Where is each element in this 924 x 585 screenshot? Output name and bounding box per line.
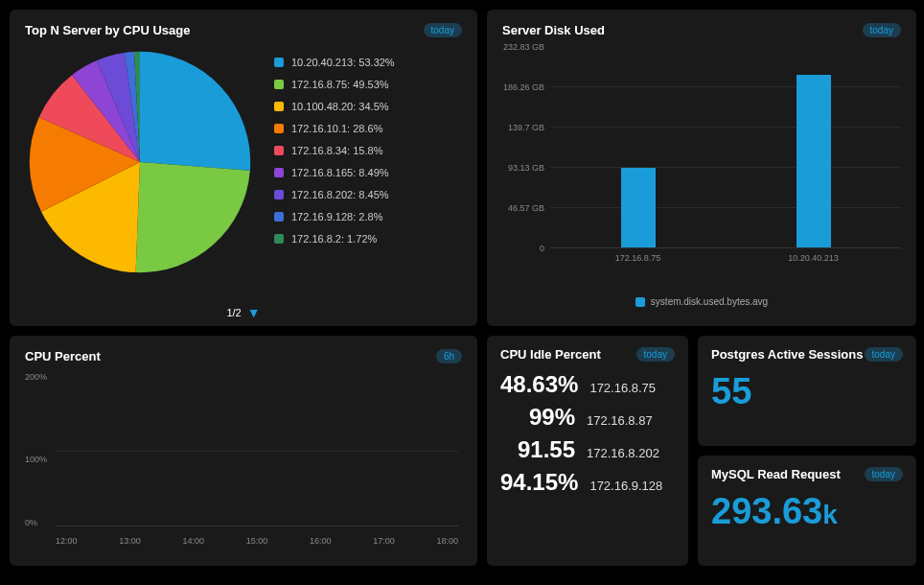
legend-label: 172.16.8.34: 15.8% [291,145,382,156]
legend-swatch [274,190,284,199]
panel-title: Server Disk Used [502,23,605,37]
pie-slice[interactable] [140,52,250,171]
idle-ip: 172.16.8.202 [587,446,675,460]
legend-swatch [274,234,284,244]
time-badge[interactable]: today [863,23,901,37]
y-tick: 100% [25,455,47,464]
time-badge[interactable]: today [424,23,462,37]
disk-bar[interactable]: 172.16.8.75 [621,168,656,247]
panel-cpu-top: Top N Server by CPU Usage today 10.20.40… [10,10,477,326]
idle-value: 48.63% [500,371,578,398]
idle-value: 99% [500,404,575,431]
legend-item[interactable]: 172.16.8.34: 15.8% [274,145,462,156]
x-tick: 15:00 [246,536,268,546]
panel-title: CPU Percent [25,349,101,363]
y-tick: 139.7 GB [508,123,544,132]
legend-label: 10.20.40.213: 53.32% [291,57,395,68]
x-tick: 12:00 [56,536,78,546]
disk-legend: system.disk.used.bytes.avg [502,296,901,307]
mysql-value: 293.63k [711,491,903,532]
pager-next-icon[interactable]: ▼ [247,305,261,320]
disk-legend-label: system.disk.used.bytes.avg [651,296,768,307]
legend-item[interactable]: 172.16.8.202: 8.45% [274,189,462,200]
panel-cpu-idle: CPU Idle Percent today 48.63%172.16.8.75… [487,336,688,566]
idle-ip: 172.16.8.87 [587,413,675,428]
pie-legend: 10.20.40.213: 53.32%172.16.8.75: 49.53%1… [274,47,462,277]
panel-mysql: MySQL Read Request today 293.63k [698,456,916,566]
panel-postgres: Postgres Active Sessions today 55 [698,336,916,446]
legend-label: 172.16.9.128: 2.8% [291,211,382,222]
time-badge[interactable]: today [865,467,903,481]
y-tick: 46.57 GB [508,203,544,213]
y-tick: 0% [25,518,37,527]
legend-item[interactable]: 172.16.8.2: 1.72% [274,233,462,245]
legend-label: 172.16.8.2: 1.72% [291,233,377,245]
pie-chart [25,47,255,277]
panel-title: CPU Idle Percent [500,347,601,362]
legend-swatch [274,102,284,111]
time-badge[interactable]: today [865,347,903,362]
legend-swatch [274,124,284,133]
y-tick: 93.13 GB [508,163,544,173]
y-tick: 200% [25,372,47,382]
panel-disk: Server Disk Used today 232.83 GB186.26 G… [487,10,916,326]
idle-row: 91.55172.16.8.202 [500,436,675,463]
cpu-chart: 200% 100% 0% 12:0013:0014:0015:0016:0017… [25,373,462,546]
time-badge[interactable]: today [636,347,675,362]
postgres-value: 55 [711,371,903,412]
legend-item[interactable]: 10.100.48.20: 34.5% [274,101,462,112]
legend-swatch [274,168,284,177]
legend-label: 172.16.8.75: 49.53% [291,79,389,90]
x-tick: 14:00 [182,536,204,546]
x-tick: 13:00 [119,536,141,546]
x-tick: 18:00 [436,536,458,546]
time-badge[interactable]: 6h [436,349,462,363]
legend-item[interactable]: 10.20.40.213: 53.32% [274,57,462,68]
y-tick: 232.83 GB [503,42,544,52]
pie-slice[interactable] [136,162,250,272]
idle-value: 94.15% [500,469,578,496]
idle-ip: 172.16.9.128 [589,479,678,493]
legend-swatch [274,58,284,67]
legend-item[interactable]: 172.16.8.75: 49.53% [274,79,462,90]
y-tick: 186.26 GB [503,82,544,92]
panel-title: MySQL Read Request [711,467,841,481]
idle-value: 91.55 [500,436,575,463]
idle-ip: 172.16.8.75 [589,381,678,395]
x-tick: 16:00 [310,536,332,546]
idle-row: 94.15%172.16.9.128 [500,469,675,496]
bar-label: 172.16.8.75 [615,253,661,263]
legend-label: 172.16.8.202: 8.45% [291,189,389,200]
legend-item[interactable]: 172.16.8.165: 8.49% [274,167,462,178]
legend-label: 172.16.8.165: 8.49% [291,167,389,178]
pager-text: 1/2 [226,307,241,318]
legend-swatch [635,297,645,307]
disk-chart: 232.83 GB186.26 GB139.7 GB93.13 GB46.57 … [502,47,901,277]
legend-label: 10.100.48.20: 34.5% [291,101,389,112]
legend-swatch [274,80,284,89]
idle-row: 99%172.16.8.87 [500,404,675,431]
legend-swatch [274,212,284,222]
legend-item[interactable]: 172.16.9.128: 2.8% [274,211,462,222]
y-tick: 0 [540,244,544,253]
legend-item[interactable]: 172.16.10.1: 28.6% [274,123,462,134]
pager: 1/2 ▼ [226,305,260,320]
panel-cpu-percent: CPU Percent 6h 200% 100% 0% 12:0013:0014… [10,336,477,566]
x-tick: 17:00 [373,536,395,546]
bar-label: 10.20.40.213 [788,253,839,263]
disk-bar[interactable]: 10.20.40.213 [797,75,831,247]
panel-title: Postgres Active Sessions [711,347,863,362]
panel-title: Top N Server by CPU Usage [25,23,190,37]
legend-swatch [274,146,284,155]
idle-row: 48.63%172.16.8.75 [500,371,675,398]
legend-label: 172.16.10.1: 28.6% [291,123,382,134]
